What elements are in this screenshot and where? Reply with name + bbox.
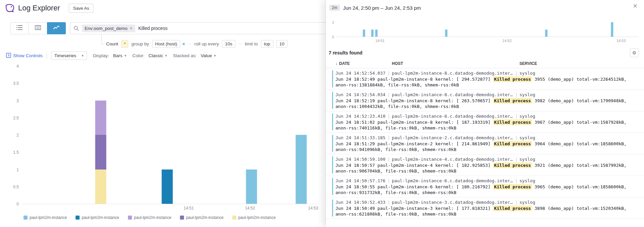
log-row-message: Jun 24 18:51:29 paul-lpm2m-instance-2 ke… bbox=[335, 141, 639, 152]
log-side-panel: 2m Jun 24, 2:50 pm – Jun 24, 2:53 pm × 0… bbox=[326, 0, 644, 227]
bar-segment bbox=[95, 135, 106, 169]
legend-label: paul-lpm2m-instance bbox=[186, 215, 223, 220]
color-select[interactable]: Classic ▾ bbox=[148, 53, 167, 58]
log-row[interactable]: Jun 24 14:50:57.176|paul-lpm2m-instance-… bbox=[326, 176, 644, 197]
stacked-value: Value bbox=[201, 53, 212, 58]
list-icon bbox=[16, 25, 22, 31]
limit-mode-chip[interactable]: top bbox=[261, 40, 273, 48]
remove-filter-icon[interactable]: × bbox=[130, 26, 133, 31]
chart-plot-area[interactable] bbox=[22, 66, 317, 204]
chart-bar[interactable] bbox=[611, 22, 613, 37]
log-row[interactable]: Jun 24 14:52:23.410|paul-lpm2m-instance-… bbox=[326, 111, 644, 133]
legend-item[interactable]: paul-lpm2m-instance bbox=[180, 215, 223, 220]
search-term-highlight: Killed process bbox=[493, 205, 532, 211]
bar-segment bbox=[162, 169, 173, 204]
limit-value-chip[interactable]: 10 bbox=[276, 40, 287, 48]
remove-group-by-icon[interactable]: × bbox=[182, 41, 185, 46]
legend-label: paul-lpm2m-instance bbox=[238, 215, 276, 220]
chart-bar[interactable] bbox=[371, 30, 374, 37]
display-label: Display: bbox=[93, 53, 109, 58]
group-by-value-chip[interactable]: Host (host) bbox=[152, 40, 180, 48]
log-host: paul-lpm2m-instance-2.c.datadog-demodog.… bbox=[392, 135, 513, 141]
y-axis-label: 1.5 bbox=[13, 150, 19, 155]
column-header-date[interactable]: ↓ DATE bbox=[335, 61, 392, 66]
row-accent-bar bbox=[332, 156, 333, 174]
aggregation-selector[interactable]: Count bbox=[106, 41, 118, 46]
table-settings-button[interactable]: ⚙ bbox=[630, 48, 639, 57]
x-axis: 14:5114:5214:53 bbox=[336, 37, 639, 44]
chart-bar[interactable] bbox=[375, 30, 377, 37]
search-query-text[interactable]: Killed process bbox=[138, 26, 168, 31]
column-separator: | bbox=[513, 199, 519, 205]
panel-histogram[interactable]: 02 14:5114:5214:53 bbox=[327, 22, 639, 44]
bar-segment bbox=[95, 169, 106, 204]
legend-label: paul-lpm2m-instance bbox=[82, 215, 119, 220]
legend-item[interactable]: paul-lpm2m-instance bbox=[232, 215, 276, 220]
log-host: paul-lpm2m-instance-4.c.datadog-demodog.… bbox=[392, 156, 513, 162]
x-axis-label: 14:52 bbox=[245, 206, 255, 211]
bar-segment bbox=[375, 30, 377, 37]
axis-corner bbox=[5, 204, 22, 212]
log-row[interactable]: Jun 24 14:50:59.100|paul-lpm2m-instance-… bbox=[326, 154, 644, 176]
timeseries-icon bbox=[53, 25, 60, 31]
close-panel-button[interactable]: × bbox=[631, 1, 639, 11]
log-row-meta: Jun 24 14:52:23.410|paul-lpm2m-instance-… bbox=[335, 113, 639, 119]
log-row[interactable]: Jun 24 14:51:33.185|paul-lpm2m-instance-… bbox=[326, 133, 644, 154]
y-axis-label: 2 bbox=[332, 21, 334, 25]
query-connector-line bbox=[101, 34, 104, 44]
bar-segment bbox=[545, 30, 548, 37]
sort-descending-icon: ↓ bbox=[335, 61, 337, 66]
list-view-button[interactable] bbox=[10, 22, 29, 34]
log-host: paul-lpm2m-instance-6.c.datadog-demodog.… bbox=[392, 178, 513, 184]
display-value: Bars bbox=[113, 53, 123, 58]
column-separator: | bbox=[386, 199, 392, 205]
color-label: Color: bbox=[132, 53, 144, 58]
stacked-select[interactable]: Value ▾ bbox=[201, 53, 216, 58]
legend-item[interactable]: paul-lpm2m-instance bbox=[24, 215, 67, 220]
measure-chip[interactable]: * bbox=[121, 40, 128, 48]
table-view-button[interactable] bbox=[29, 22, 47, 34]
log-row-message: Jun 24 18:51:02 paul-lpm2m-instance-8 ke… bbox=[335, 119, 639, 131]
bar-segment bbox=[95, 101, 106, 135]
chart-bar[interactable] bbox=[162, 169, 173, 204]
column-separator: | bbox=[386, 156, 392, 162]
histogram-plot-area[interactable] bbox=[336, 22, 639, 37]
column-header-host: HOST bbox=[392, 61, 519, 66]
timeseries-chart[interactable]: 00.511.522.533.54 14:5114:5214:53 bbox=[5, 66, 317, 212]
log-row-message: Jun 24 18:50:55 paul-lpm2m-instance-6 ke… bbox=[335, 184, 639, 195]
search-term-highlight: Killed process bbox=[493, 119, 532, 125]
column-separator: | bbox=[513, 70, 519, 76]
chart-bar[interactable] bbox=[296, 135, 307, 204]
viz-type-select[interactable]: Timeseries ▾ bbox=[51, 51, 87, 60]
log-row[interactable]: Jun 24 14:52:54.037|paul-lpm2m-instance-… bbox=[326, 68, 644, 90]
display-select[interactable]: Bars ▾ bbox=[113, 53, 126, 58]
timeseries-view-button[interactable] bbox=[47, 22, 66, 34]
chart-bar[interactable] bbox=[95, 101, 106, 204]
row-accent-bar bbox=[332, 199, 333, 217]
filter-chip-env[interactable]: Env:oom_post_demo × bbox=[82, 25, 135, 32]
chart-bar[interactable] bbox=[363, 30, 365, 37]
save-as-button[interactable]: Save As bbox=[69, 4, 94, 13]
rollup-label: roll up every bbox=[194, 41, 219, 46]
y-axis: 02 bbox=[327, 22, 336, 37]
rollup-value-chip[interactable]: 10s bbox=[222, 40, 235, 48]
log-service: syslog bbox=[519, 135, 639, 141]
show-controls-button[interactable]: Show Controls bbox=[6, 53, 43, 59]
chart-bar[interactable] bbox=[545, 30, 548, 37]
legend-item[interactable]: paul-lpm2m-instance bbox=[128, 215, 171, 220]
chart-bar[interactable] bbox=[246, 169, 257, 204]
log-service: syslog bbox=[519, 199, 639, 205]
legend-item[interactable]: paul-lpm2m-instance bbox=[76, 215, 119, 220]
log-row-meta: Jun 24 14:52:54.037|paul-lpm2m-instance-… bbox=[335, 70, 639, 76]
log-date: Jun 24 14:50:59.100 bbox=[335, 156, 386, 162]
log-row[interactable]: Jun 24 14:52:54.034|paul-lpm2m-instance-… bbox=[326, 90, 644, 111]
column-separator: | bbox=[513, 113, 519, 119]
bar-segment bbox=[611, 22, 613, 37]
view-switcher bbox=[10, 22, 66, 34]
log-row[interactable]: Jun 24 14:50:52.433|paul-lpm2m-instance-… bbox=[326, 197, 644, 219]
search-icon bbox=[74, 26, 79, 31]
column-separator: | bbox=[386, 135, 392, 141]
table-icon bbox=[35, 25, 41, 31]
chart-bar[interactable] bbox=[445, 30, 447, 37]
search-term-highlight: Killed process bbox=[493, 184, 532, 190]
